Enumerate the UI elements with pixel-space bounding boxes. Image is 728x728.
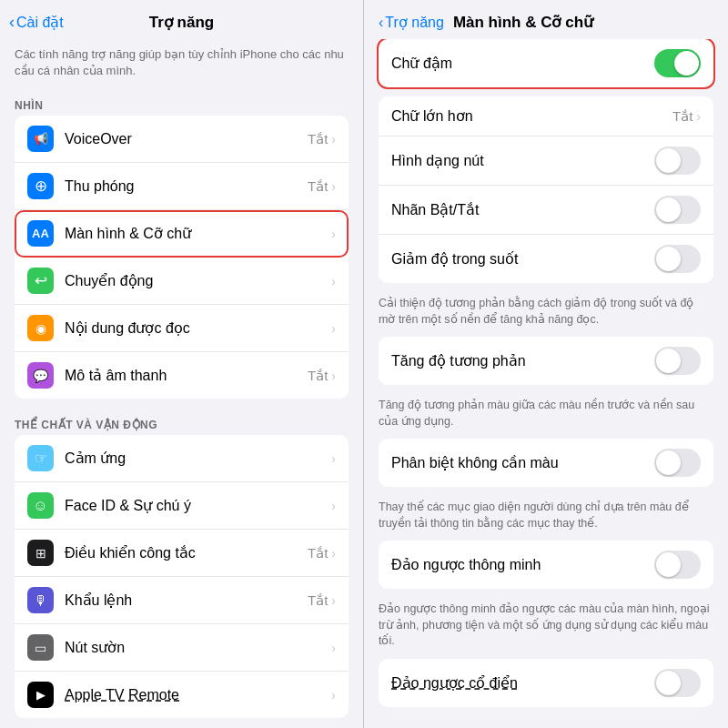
man-hinh-row[interactable]: AA Màn hình & Cỡ chữ ›: [15, 210, 349, 258]
chuyen-dong-chevron: ›: [331, 274, 336, 288]
chu-lon-row[interactable]: Chữ lớn hơn Tắt ›: [379, 96, 713, 136]
tang-do-toggle-knob: [656, 349, 681, 373]
chuyen-dong-icon: ↩: [27, 268, 54, 294]
giam-do-toggle[interactable]: [654, 245, 701, 273]
dieu-khien-row[interactable]: ⊞ Điều khiển công tắc Tắt ›: [15, 530, 349, 577]
left-panel: ‹ Cài đặt Trợ năng Các tính năng trợ năn…: [0, 0, 364, 728]
left-description: Các tính năng trợ năng giúp bạn tùy chỉn…: [0, 39, 363, 94]
voiceover-right: Tắt ›: [308, 131, 336, 147]
chu-dam-row[interactable]: Chữ đậm: [379, 39, 713, 87]
cam-ung-chevron: ›: [331, 451, 336, 466]
man-hinh-right: ›: [331, 227, 336, 241]
thu-phong-label: Thu phóng: [65, 178, 135, 195]
face-id-row[interactable]: ☺ Face ID & Sự chú ý ›: [15, 482, 349, 530]
apple-tv-label: Apple TV Remote: [65, 687, 179, 703]
dao-nguoc-row[interactable]: Đảo ngược thông minh: [379, 541, 713, 589]
dieu-khien-chevron: ›: [331, 546, 336, 561]
voiceover-label: VoiceOver: [65, 131, 132, 147]
voiceover-content: VoiceOver Tắt ›: [65, 131, 336, 147]
mo-ta-right: Tắt ›: [308, 368, 336, 384]
cam-ung-row[interactable]: ☞ Cảm ứng ›: [15, 435, 349, 482]
chu-dam-toggle[interactable]: [654, 49, 701, 77]
noi-dung-label: Nội dung được đọc: [65, 319, 190, 337]
dieu-khien-content: Điều khiển công tắc Tắt ›: [65, 544, 336, 561]
face-id-content: Face ID & Sự chú ý ›: [65, 497, 336, 514]
mo-ta-icon: 💬: [27, 362, 54, 389]
dao-nguoc-cd-toggle[interactable]: [654, 669, 701, 697]
thu-phong-chevron: ›: [331, 179, 336, 194]
nhan-bat-tat-label: Nhãn Bật/Tắt: [391, 201, 654, 218]
chu-dam-group: Chữ đậm: [379, 39, 713, 87]
voiceover-chevron: ›: [331, 132, 336, 147]
mo-ta-value: Tắt: [308, 368, 328, 384]
dao-nguoc-cd-row[interactable]: Đảo ngược cổ điển: [379, 659, 713, 707]
hinh-dang-toggle[interactable]: [654, 147, 701, 175]
nut-suon-icon: ▭: [27, 634, 54, 661]
phan-biet-desc: Thay thế các mục giao diện người dùng ch…: [364, 496, 728, 541]
noi-dung-row[interactable]: ◉ Nội dung được đọc ›: [15, 305, 349, 352]
thu-phong-icon: ⊕: [27, 173, 54, 199]
tang-do-desc: Tăng độ tương phản màu giữa các màu nền …: [364, 394, 728, 439]
nut-suon-row[interactable]: ▭ Nút sườn ›: [15, 624, 349, 672]
left-nav-bar: ‹ Cài đặt Trợ năng: [0, 0, 363, 39]
phan-biet-toggle[interactable]: [654, 449, 701, 477]
chu-lon-chevron: ›: [696, 109, 701, 124]
apple-tv-content: Apple TV Remote ›: [65, 687, 336, 703]
khau-lenh-chevron: ›: [331, 593, 336, 608]
cam-ung-icon: ☞: [27, 445, 54, 471]
giam-do-row[interactable]: Giảm độ trong suốt: [379, 235, 713, 283]
man-hinh-content: Màn hình & Cỡ chữ ›: [65, 225, 336, 242]
section-nhin-label: NHÌN: [0, 94, 363, 116]
apple-tv-icon: ▶: [27, 682, 54, 708]
dao-nguoc-label: Đảo ngược thông minh: [391, 556, 654, 573]
thu-phong-content: Thu phóng Tắt ›: [65, 178, 336, 195]
nhan-bat-tat-row[interactable]: Nhãn Bật/Tắt: [379, 186, 713, 235]
hinh-dang-row[interactable]: Hình dạng nút: [379, 136, 713, 186]
dieu-khien-icon: ⊞: [27, 540, 54, 566]
hinh-dang-toggle-knob: [656, 148, 681, 173]
phan-biet-row[interactable]: Phân biệt không cần màu: [379, 439, 713, 487]
voiceover-row[interactable]: 📢 VoiceOver Tắt ›: [15, 116, 349, 163]
man-hinh-label: Màn hình & Cỡ chữ: [65, 225, 191, 242]
hinh-dang-label: Hình dạng nút: [391, 152, 654, 169]
noi-dung-content: Nội dung được đọc ›: [65, 319, 336, 337]
left-title: Trợ năng: [149, 13, 214, 32]
nut-suon-content: Nút sườn ›: [65, 639, 336, 656]
khau-lenh-value: Tắt: [308, 592, 328, 609]
khau-lenh-row[interactable]: 🎙 Khẩu lệnh Tắt ›: [15, 577, 349, 624]
apple-tv-chevron: ›: [331, 688, 336, 703]
dao-nguoc-cd-group: Đảo ngược cổ điển: [379, 659, 713, 707]
noi-dung-right: ›: [331, 321, 336, 336]
thu-phong-row[interactable]: ⊕ Thu phóng Tắt ›: [15, 163, 349, 210]
dao-nguoc-toggle[interactable]: [654, 551, 701, 579]
dieu-khien-right: Tắt ›: [308, 545, 336, 561]
face-id-label: Face ID & Sự chú ý: [65, 497, 191, 514]
chu-dam-label: Chữ đậm: [391, 55, 654, 72]
back-label: Cài đặt: [16, 14, 64, 31]
cam-ung-content: Cảm ứng ›: [65, 450, 336, 467]
dieu-khien-label: Điều khiển công tắc: [65, 544, 196, 561]
chu-lon-label: Chữ lớn hơn: [391, 107, 672, 125]
tang-do-row[interactable]: Tăng độ tương phản: [379, 337, 713, 385]
face-id-right: ›: [331, 499, 336, 513]
mo-ta-row[interactable]: 💬 Mô tả âm thanh Tắt ›: [15, 352, 349, 399]
apple-tv-row[interactable]: ▶ Apple TV Remote ›: [15, 672, 349, 718]
right-back-button[interactable]: ‹ Trợ năng: [379, 14, 444, 31]
left-back-button[interactable]: ‹ Cài đặt: [9, 13, 64, 32]
cam-ung-label: Cảm ứng: [65, 450, 126, 467]
nhan-bat-tat-toggle[interactable]: [654, 196, 701, 224]
right-back-label: Trợ năng: [385, 14, 444, 31]
noi-dung-chevron: ›: [331, 321, 336, 336]
tang-do-toggle[interactable]: [654, 347, 701, 375]
right-panel: ‹ Trợ năng Màn hình & Cỡ chữ Chữ đậm Chữ…: [364, 0, 728, 728]
khau-lenh-label: Khẩu lệnh: [65, 592, 132, 609]
display-options-group: Chữ lớn hơn Tắt › Hình dạng nút Nhãn Bật…: [379, 96, 713, 283]
phan-biet-group: Phân biệt không cần màu: [379, 439, 713, 487]
nhin-group: 📢 VoiceOver Tắt › ⊕ Thu phóng Tắt › A: [15, 116, 349, 399]
face-id-icon: ☺: [27, 492, 54, 519]
chu-dam-toggle-knob: [674, 51, 699, 76]
chuyen-dong-row[interactable]: ↩ Chuyển động ›: [15, 258, 349, 305]
chu-lon-value: Tắt: [672, 108, 693, 125]
noi-dung-icon: ◉: [27, 315, 54, 341]
tang-do-label: Tăng độ tương phản: [391, 352, 654, 369]
